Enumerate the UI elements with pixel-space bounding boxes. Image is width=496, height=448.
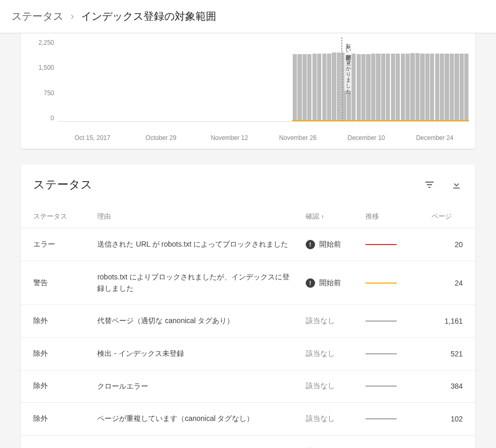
reason-cell: robots.txt によりブロックされましたが、インデックスに登録しました [97,261,305,304]
pages-cell: 1,161 [432,305,475,338]
chart-bar [454,54,459,121]
chart-bar [312,54,317,121]
chart-bar [293,54,297,121]
confirm-label: 開始前 [319,278,341,288]
y-tick: 1,500 [38,64,54,71]
download-icon[interactable] [450,178,463,191]
reason-cell: ページが重複しています（canonical タグなし） [97,403,305,436]
validation-pending-icon [306,240,315,249]
status-cell: 除外 [21,370,97,403]
chart-bar [391,54,395,121]
chart-plot: 新しい問題が見つかりました [58,37,469,122]
trend-cell [366,305,431,338]
chart-bar [303,54,307,121]
page-title: インデックス登録の対象範囲 [81,9,216,23]
confirm-label: 該当なし [306,381,335,391]
trend-cell [366,261,431,304]
pages-cell: 24 [432,261,475,304]
chart-bar [435,54,439,121]
sparkline [366,283,397,284]
sparkline [366,353,397,354]
status-cell: 除外 [21,305,97,338]
trend-cell [366,403,431,436]
table-row[interactable]: 除外見つかりませんでした（404）該当なし76 [21,435,475,448]
pages-cell: 521 [432,337,475,370]
chart-bar [430,54,434,121]
chart-bar [415,53,420,121]
col-reason[interactable]: 理由 [97,203,305,228]
confirm-label: 該当なし [306,414,335,424]
pages-cell: 20 [432,228,475,261]
sparkline [366,244,397,245]
breadcrumb-root[interactable]: ステータス [11,9,63,23]
chart-bar [366,54,370,121]
col-pages[interactable]: ページ [432,203,475,228]
chart-bar [420,54,424,121]
chart-bar [376,54,380,121]
chart-bar [351,54,356,121]
confirm-label: 該当なし [306,316,335,326]
confirm-cell: 該当なし [306,370,366,403]
table-row[interactable]: 除外検出 - インデックス未登録該当なし521 [21,337,475,370]
chart-x-axis: Oct 15, 2017 October 29 November 12 Nove… [27,131,469,142]
table-row[interactable]: 除外クロールエラー該当なし384 [21,370,475,403]
chart-bar [386,54,390,121]
chart-bars [58,37,469,121]
breadcrumb: ステータス › インデックス登録の対象範囲 [0,0,496,33]
coverage-chart[interactable]: 2,250 1,500 750 0 新しい問題が見つかりました [27,37,469,131]
col-status[interactable]: ステータス [21,203,97,228]
chart-bar [332,53,336,121]
status-table: ステータス 理由 確認↑ 推移 ページ エラー送信された URL が robot… [21,203,475,448]
confirm-cell: 該当なし [306,337,366,370]
x-tick: November 12 [195,134,264,142]
chart-bar [401,54,405,121]
y-tick: 750 [44,89,54,97]
chart-bar [464,54,468,121]
chart-bar [450,54,454,121]
confirm-cell: 該当なし [306,435,366,448]
chart-bar [425,54,429,121]
pages-cell: 102 [432,403,475,436]
sort-asc-icon: ↑ [321,213,324,220]
validation-pending-icon [306,278,315,288]
sparkline [366,321,397,322]
reason-cell: 代替ページ（適切な canonical タグあり） [97,305,305,338]
x-tick: December 24 [400,134,469,142]
x-tick: November 26 [264,134,332,142]
table-row[interactable]: 警告robots.txt によりブロックされましたが、インデックスに登録しました… [21,261,475,304]
table-row[interactable]: エラー送信された URL が robots.txt によってブロックされました開… [21,228,475,261]
chart-y-axis: 2,250 1,500 750 0 [27,37,58,122]
reason-cell: 検出 - インデックス未登録 [97,337,305,370]
status-cell: エラー [21,228,97,261]
chart-bar [317,54,321,121]
confirm-cell: 該当なし [306,403,366,436]
table-row[interactable]: 除外ページが重複しています（canonical タグなし）該当なし102 [21,403,475,436]
chart-marker: 新しい問題が見つかりました [342,37,342,121]
reason-cell: 送信された URL が robots.txt によってブロックされました [97,228,305,261]
sparkline [366,418,397,419]
chart-bar [396,54,400,121]
chart-bar [327,54,331,121]
chart-bar [445,54,449,121]
status-tools [423,178,463,191]
chart-bar [297,54,302,121]
reason-cell: クロールエラー [97,370,305,403]
pages-cell: 384 [432,370,475,403]
coverage-chart-card: 2,250 1,500 750 0 新しい問題が見つかりました Oct 15, … [21,33,475,149]
x-tick: Oct 15, 2017 [58,134,127,142]
status-title: ステータス [33,177,93,193]
warning-line [292,120,469,121]
chart-bar [371,54,375,121]
chart-bar [410,53,414,121]
col-trend[interactable]: 推移 [366,203,431,228]
confirm-cell: 開始前 [306,228,366,261]
table-row[interactable]: 除外代替ページ（適切な canonical タグあり）該当なし1,161 [21,305,475,338]
confirm-label: 該当なし [306,349,335,359]
sparkline [366,386,397,387]
trend-cell [366,435,431,448]
trend-cell [366,337,431,370]
status-cell: 除外 [21,435,97,448]
chart-bar [337,53,341,121]
filter-icon[interactable] [423,178,436,191]
col-confirm[interactable]: 確認↑ [306,203,366,228]
